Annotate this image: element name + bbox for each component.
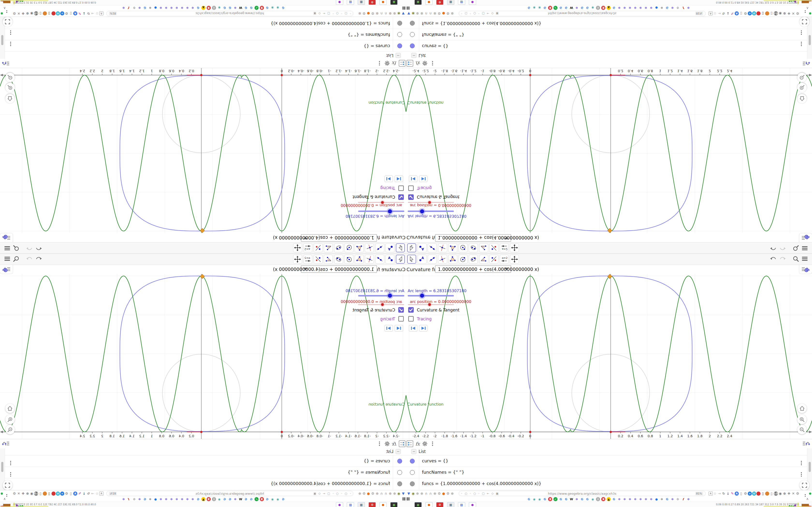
graph-canvas[interactable]: -2.4-2.2-2-1.8-1.6-1.4-1.2-1-0.8-0.6-0.4… <box>0 274 406 439</box>
extension-icon[interactable]: + <box>748 12 752 16</box>
extension-icon[interactable]: + <box>60 12 64 16</box>
bookmark-favicon[interactable]: ✽ <box>686 6 691 10</box>
bookmark-favicon[interactable]: ✽ <box>164 6 168 10</box>
extension-icon[interactable]: U <box>752 492 756 496</box>
skip-to-end-button[interactable] <box>419 175 427 182</box>
taskbar-app-icon[interactable]: ● <box>469 0 476 5</box>
extension-icon[interactable]: ∩ <box>379 12 384 16</box>
tracing-checkbox[interactable] <box>408 185 414 191</box>
extension-icon[interactable]: ● <box>366 12 370 16</box>
bookmark-favicon[interactable]: ◉ <box>591 497 595 501</box>
bookmark-favicon[interactable]: G <box>612 6 616 10</box>
bookmark-favicon[interactable]: G <box>665 497 669 501</box>
extension-icon[interactable]: A <box>709 12 713 16</box>
bookmark-favicon[interactable]: W <box>569 497 573 501</box>
bookmark-favicon[interactable]: ⚙ <box>132 6 136 10</box>
extension-icon[interactable]: ✕ <box>791 12 795 16</box>
bookmark-favicon[interactable]: ◉ <box>217 6 221 10</box>
extension-icon[interactable]: ◉ <box>778 12 782 16</box>
collapse-chevron-icon[interactable]: ∧ <box>806 497 809 501</box>
taskbar-app-icon[interactable]: ● <box>336 502 343 507</box>
algebra-row-funcNames[interactable]: funcNames = {“ ”} <box>0 29 406 40</box>
skip-to-start-button[interactable] <box>409 325 417 332</box>
point-tool[interactable]: A <box>418 255 426 264</box>
scrollbar-thumb[interactable] <box>1 35 3 45</box>
extension-icon[interactable]: ⚙ <box>796 12 800 16</box>
bookmark-favicon[interactable]: ◉ <box>276 497 280 501</box>
bookmark-favicon[interactable]: ✽ <box>670 497 674 501</box>
zoom-search-icon[interactable] <box>11 255 20 264</box>
extension-icon[interactable]: ◉ <box>397 12 401 16</box>
bookmark-favicon[interactable]: G <box>143 497 147 501</box>
extension-icon[interactable]: ⊕ <box>415 492 419 496</box>
algebra-settings-gear-icon[interactable] <box>384 60 391 67</box>
extension-icon[interactable] <box>765 12 769 16</box>
bookmark-favicon[interactable]: G <box>265 497 269 501</box>
extension-icon[interactable]: ✎ <box>730 492 734 496</box>
extension-icon[interactable]: ▼ <box>407 492 411 496</box>
bookmark-favicon[interactable]: ✽ <box>575 6 579 10</box>
zoom-search-icon[interactable] <box>792 255 801 264</box>
bookmark-favicon[interactable]: ◉ <box>276 6 280 10</box>
row-menu-icon[interactable] <box>10 31 11 38</box>
bookmark-favicon[interactable]: ✽ <box>633 497 637 501</box>
extension-icon[interactable]: ▯ <box>769 492 773 496</box>
arc-position-slider-thumb[interactable] <box>381 201 384 204</box>
bookmark-favicon[interactable]: ✽ <box>148 497 152 501</box>
algebra-row-funcNames[interactable]: funcNames = {“ ”} <box>406 467 812 478</box>
bookmark-favicon[interactable]: G <box>564 497 568 501</box>
angle-tool[interactable]: α <box>479 243 488 252</box>
extension-icon[interactable]: ⚙ <box>796 492 800 496</box>
bookmark-favicon[interactable]: G <box>665 6 669 10</box>
undo-button[interactable] <box>769 243 778 252</box>
arc-length-slider-thumb[interactable] <box>388 209 392 213</box>
extension-icon[interactable]: ⚙ <box>371 12 375 16</box>
extension-icon[interactable]: ▯ <box>39 12 43 16</box>
extension-icon[interactable]: ∩ <box>384 492 388 496</box>
home-zoom-button[interactable] <box>5 404 15 413</box>
extension-icon[interactable]: LO <box>34 12 38 16</box>
bookmark-favicon[interactable]: G <box>249 6 253 10</box>
tracing-checkbox[interactable] <box>408 316 414 322</box>
bookmark-favicon[interactable]: W <box>569 6 573 10</box>
taskbar-app-icon[interactable]: ▤ <box>347 502 354 507</box>
extension-icon[interactable]: A <box>99 12 103 16</box>
bookmark-favicon[interactable]: ◉ <box>532 6 536 10</box>
polygon-tool[interactable] <box>355 243 364 252</box>
curvature-tangent-checkbox[interactable] <box>408 194 414 200</box>
bookmark-favicon[interactable]: ⚙ <box>676 6 680 10</box>
extension-icon[interactable]: ∩ <box>428 12 433 16</box>
extension-icon[interactable]: ↓ <box>726 12 730 16</box>
bookmark-favicon[interactable]: ✽ <box>670 6 674 10</box>
bookmark-favicon[interactable]: ▲ <box>607 497 611 501</box>
bookmark-favicon[interactable]: G <box>527 6 531 10</box>
point-tool[interactable]: A <box>418 243 426 252</box>
home-zoom-button[interactable] <box>797 404 807 413</box>
conic-tool[interactable] <box>334 255 343 264</box>
extension-icon[interactable]: ⊕ <box>26 12 30 16</box>
skip-to-start-button[interactable] <box>395 325 403 332</box>
reflect-tool[interactable] <box>314 243 323 252</box>
extension-icon[interactable]: ☆ <box>95 12 99 16</box>
extension-icon[interactable]: ▼ <box>401 492 405 496</box>
extension-icon[interactable]: ◉ <box>778 492 782 496</box>
extension-icon[interactable]: ⊕ <box>375 12 379 16</box>
extension-icon[interactable]: → <box>717 492 721 496</box>
bookmark-favicon[interactable]: ✽ <box>148 6 152 10</box>
zoom-out-button[interactable] <box>5 73 15 82</box>
collapse-list-button[interactable]: − <box>396 449 401 454</box>
curvature-function-dropdown[interactable]: 1.000000000000 + cos(4.000000000000 x) <box>435 234 511 242</box>
bookmark-favicon[interactable]: i <box>596 6 600 10</box>
extension-icon[interactable]: A <box>735 492 739 496</box>
extension-icon[interactable]: ✎ <box>78 12 82 16</box>
extension-icon[interactable]: ⊕ <box>388 492 392 496</box>
bookmark-favicon[interactable]: ✽ <box>164 497 168 501</box>
extension-icon[interactable]: ⊕ <box>375 492 379 496</box>
extension-icon[interactable] <box>43 12 47 16</box>
bookmark-favicon[interactable]: ✽ <box>622 6 627 10</box>
extension-icon[interactable]: ◉ <box>411 12 415 16</box>
algebra-row-funcs[interactable]: funcs = {1.000000000000 + cos(4.00000000… <box>0 18 406 29</box>
curve-start-point[interactable] <box>610 431 612 433</box>
graph-canvas[interactable]: -2.4-2.2-2-1.8-1.6-1.4-1.2-1-0.8-0.6-0.4… <box>0 68 406 233</box>
bookmark-favicon[interactable]: ✽ <box>175 497 179 501</box>
